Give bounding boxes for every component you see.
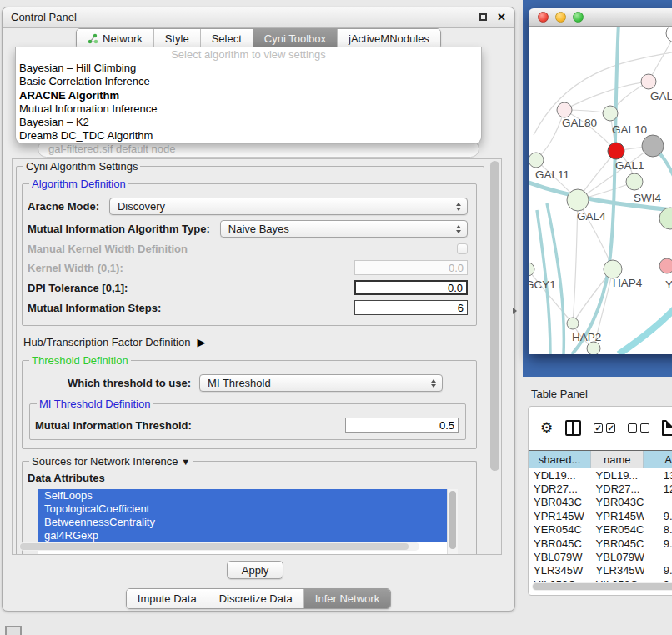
list-item-topologicalcoefficient[interactable]: TopologicalCoefficient — [38, 502, 458, 516]
tab-discretize-data-label: Discretize Data — [219, 592, 293, 605]
dropdown-item-bayesian-hill[interactable]: Bayesian – Hill Climbing — [16, 62, 481, 75]
aracne-mode-value: Discovery — [118, 200, 165, 212]
node-gray[interactable] — [642, 135, 664, 157]
node-gal4[interactable] — [567, 189, 589, 211]
select-all-checks-icon[interactable]: ✓ ✓ — [594, 423, 615, 432]
node-red-selected[interactable] — [608, 142, 624, 159]
column-header-partial[interactable]: A — [644, 451, 672, 468]
table-row[interactable]: YBL079W YBL079W — [529, 550, 672, 563]
gear-icon[interactable]: ⚙ — [540, 421, 553, 435]
node-gcy1[interactable] — [529, 262, 534, 276]
tab-network[interactable]: Network — [77, 29, 153, 48]
cyni-settings-scrollpane: Cyni Algorithm Settings Algorithm Defini… — [12, 158, 502, 555]
manual-kernel-label: Manual Kernel Width Definition — [28, 242, 188, 255]
tab-infer-network[interactable]: Infer Network — [303, 589, 390, 608]
cell-name: YPR145W — [591, 510, 644, 522]
node-bottom-partial[interactable] — [587, 342, 600, 354]
node-gal-top[interactable] — [641, 74, 656, 89]
node-gal10[interactable] — [603, 106, 618, 121]
node-gal11[interactable] — [529, 152, 544, 168]
network-canvas[interactable]: GAL GAL80 GAL10 GAL11 GAL1 SWI4 GAL4 GCY… — [529, 27, 672, 354]
network-graph — [529, 27, 672, 354]
mi-algorithm-type-label: Mutual Information Algorithm Type: — [28, 222, 210, 235]
table-row[interactable]: YDR27... YDR27... 12 — [529, 482, 672, 495]
settings-horizontal-scrollbar[interactable] — [19, 542, 419, 551]
cell-shared: YLR345W — [529, 564, 591, 577]
table-row[interactable]: YBR043C YBR043C — [529, 496, 672, 509]
float-window-icon[interactable] — [479, 13, 487, 21]
mi-algorithm-type-combobox[interactable]: Naive Bayes — [220, 220, 468, 238]
algorithm-definition-group: Algorithm Definition Aracne Mode: Discov… — [22, 183, 477, 326]
node-hap4[interactable] — [604, 260, 622, 278]
list-item-betweennesscentrality[interactable]: BetweennessCentrality — [38, 516, 458, 529]
cell-name: YER054C — [591, 523, 644, 536]
column-header-name[interactable]: name — [591, 451, 644, 468]
dropdown-item-basic-correlation[interactable]: Basic Correlation Inference — [16, 75, 481, 88]
node-salmon[interactable] — [659, 258, 672, 273]
node-gal1[interactable] — [626, 173, 643, 190]
minimize-traffic-light-icon[interactable] — [555, 12, 566, 22]
which-threshold-combobox[interactable]: MI Threshold — [199, 374, 443, 392]
tab-discretize-data[interactable]: Discretize Data — [208, 589, 303, 608]
cell-value: 9. — [644, 538, 672, 550]
checked-box-icon: ✓ — [594, 423, 603, 432]
control-panel-title: Control Panel — [11, 11, 77, 23]
dropdown-item-dream8[interactable]: Dream8 DC_TDC Algorithm — [16, 129, 481, 142]
node-label: GAL10 — [612, 123, 647, 136]
close-icon[interactable]: ✕ — [497, 11, 506, 23]
mi-algorithm-type-value: Naive Bayes — [228, 222, 289, 235]
mi-steps-label: Mutual Information Steps: — [28, 302, 161, 314]
tab-cyni-toolbox[interactable]: Cyni Toolbox — [253, 29, 337, 48]
table-row[interactable]: YPR145W YPR145W 9. — [529, 509, 672, 522]
collapsed-panel-handle[interactable] — [5, 626, 22, 635]
node-gal80[interactable] — [557, 102, 572, 118]
manual-kernel-checkbox — [457, 243, 468, 254]
expand-down-icon[interactable]: ▼ — [181, 457, 190, 467]
which-threshold-row: Which threshold to use: MI Threshold — [28, 374, 468, 392]
dpi-tolerance-field[interactable] — [354, 280, 468, 295]
list-item-gal4rgexp[interactable]: gal4RGexp — [38, 529, 458, 542]
cell-name: YBR045C — [591, 538, 644, 550]
dropdown-item-aracne[interactable]: ARACNE Algorithm — [16, 89, 481, 102]
threshold-definition-title: Threshold Definition — [29, 354, 131, 367]
mi-threshold-label: Mutual Information Threshold: — [35, 419, 192, 432]
tab-style[interactable]: Style — [153, 29, 200, 48]
table-horizontal-scrollbar[interactable] — [532, 582, 672, 591]
mi-threshold-field[interactable] — [345, 418, 459, 432]
close-traffic-light-icon[interactable] — [538, 12, 549, 22]
cell-shared: YPR145W — [529, 510, 591, 522]
mi-steps-row: Mutual Information Steps: — [28, 300, 468, 315]
tab-select[interactable]: Select — [200, 29, 253, 48]
tab-impute-data[interactable]: Impute Data — [127, 589, 208, 608]
dpi-tolerance-row: DPI Tolerance [0,1]: — [28, 280, 468, 295]
table-row[interactable]: YBR045C YBR045C 9. — [529, 537, 672, 550]
column-header-shared-name[interactable]: shared... — [529, 451, 591, 468]
list-item-selfloops[interactable]: SelfLoops — [38, 489, 458, 502]
document-icon[interactable] — [662, 420, 672, 436]
table-row[interactable]: YDL19... YDL19... 13 — [529, 468, 672, 482]
sources-group-title: Sources for Network Inference ▼ — [29, 455, 193, 468]
columns-icon[interactable] — [565, 420, 581, 436]
mi-steps-field[interactable] — [354, 300, 468, 315]
splitpane-resize-handle[interactable] — [513, 308, 517, 314]
apply-button[interactable]: Apply — [227, 561, 283, 579]
hub-definition-toggle[interactable]: Hub/Transcription Factor Definition ▶ — [23, 336, 477, 348]
tab-jactivemnodules[interactable]: jActiveMNodules — [337, 29, 440, 48]
settings-vertical-scrollbar[interactable] — [490, 161, 499, 552]
aracne-mode-combobox[interactable]: Discovery — [109, 198, 468, 215]
cell-shared: YER054C — [529, 523, 591, 536]
algorithm-dropdown-list: Select algorithm to view settings Bayesi… — [15, 48, 482, 144]
table-row[interactable]: YER054C YER054C 8. — [529, 523, 672, 537]
node-partial-top[interactable] — [666, 27, 672, 42]
zoom-traffic-light-icon[interactable] — [573, 12, 584, 22]
cyni-algorithm-settings-group: Cyni Algorithm Settings Algorithm Defini… — [16, 166, 484, 555]
dropdown-item-bayesian-k2[interactable]: Bayesian – K2 — [16, 116, 481, 129]
deselect-all-checks-icon[interactable] — [628, 423, 649, 432]
dpi-tolerance-label: DPI Tolerance [0,1]: — [28, 282, 128, 294]
dropdown-item-mutual-info[interactable]: Mutual Information Inference — [16, 102, 481, 116]
node-hap2[interactable] — [567, 318, 579, 329]
aracne-mode-label: Aracne Mode: — [28, 200, 99, 212]
table-row[interactable]: YLR345W YLR345W 9. — [529, 564, 672, 578]
cell-shared: YBL079W — [529, 551, 591, 563]
attribute-list-scrollbar[interactable] — [447, 489, 458, 555]
